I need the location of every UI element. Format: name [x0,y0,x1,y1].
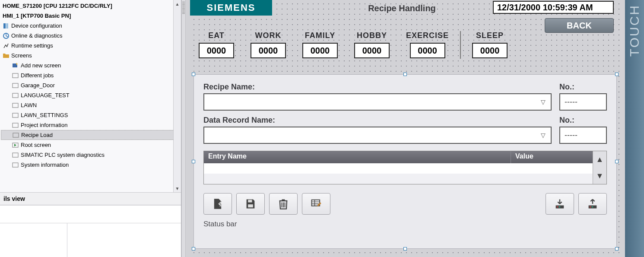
svg-rect-12 [13,153,18,157]
tree-node-screen[interactable]: Different jobs [1,70,181,80]
io-block-eat: EAT 0000 [199,31,234,58]
io-field-hobby[interactable]: 0000 [354,43,390,58]
recipe-no-label: No.: [559,82,607,92]
delete-record-button[interactable] [269,193,298,215]
tree-node-screen[interactable]: System information [1,160,181,170]
tree-node-screen[interactable]: Garage_Door [1,80,181,90]
io-field-eat[interactable]: 0000 [199,43,234,58]
vertical-splitter[interactable] [181,0,186,257]
resize-handle-w[interactable] [192,160,195,163]
dropdown-icon: ▽ [541,98,546,105]
resize-handle-s[interactable] [403,247,407,251]
resize-handle-sw[interactable] [192,247,195,251]
tree-node-root-screen[interactable]: Root screen [1,140,181,150]
trash-icon [277,198,289,210]
tree-node-screens-folder[interactable]: Screens [1,51,181,60]
resize-handle-n[interactable] [403,73,407,76]
touch-side-bar: TOUCH [625,0,644,257]
screen-icon [12,122,19,129]
write-to-plc-button[interactable] [546,193,574,215]
svg-rect-10 [13,133,19,137]
screen-icon [12,82,19,89]
project-tree[interactable]: HOME_S71200 [CPU 1212FC DC/DC/RLY] HMI_1… [0,0,181,171]
datetime-field[interactable]: 12/31/2000 10:59:39 AM [493,1,614,14]
recipe-view[interactable]: Recipe Name: ▽ No.: ----- Data Record Na… [194,74,617,249]
tree-node-screen[interactable]: LANGUAGE_TEST [1,90,181,100]
back-button[interactable]: BACK [545,18,614,33]
tree-node-screen[interactable]: Project information [1,120,181,130]
tree-node-online-diag[interactable]: Online & diagnostics [1,31,181,41]
hmi-node-label: HMI_1 [KTP700 Basic PN] [3,11,71,21]
tree-label: Online & diagnostics [11,31,63,41]
screen-icon [12,152,19,159]
svg-rect-13 [13,163,18,167]
grid-body[interactable] [204,163,593,184]
screen-icon [13,132,19,139]
io-label: WORK [255,31,282,40]
resize-handle-e[interactable] [615,160,619,163]
save-icon [244,198,257,210]
recipe-no-field[interactable]: ----- [559,93,607,111]
tree-node-screen[interactable]: LAWN_SETTINGS [1,110,181,120]
tree-label: SIMATIC PLC system diagnostics [21,150,105,160]
screen-icon [12,112,19,119]
tree-scrollbar[interactable]: ▲ ▼ [173,0,181,192]
svg-rect-4 [13,73,18,78]
read-from-plc-button[interactable] [578,193,607,215]
io-label: EXERCISE [406,31,449,40]
svg-rect-9 [13,123,18,127]
tree-node-runtime-settings[interactable]: Runtime settings [1,41,181,51]
tree-node-hmi[interactable]: HMI_1 [KTP700 Basic PN] [1,11,181,21]
tree-label: Add new screen [21,60,61,70]
datetime-value: 12/31/2000 10:59:39 AM [497,3,593,13]
io-label: EAT [208,31,225,40]
tree-node-screen[interactable]: LAWN [1,100,181,110]
record-no-field[interactable]: ----- [559,127,607,144]
screen-editor: SIEMENS Recipe Handling 12/31/2000 10:59… [186,0,644,257]
resize-handle-nw[interactable] [192,73,195,76]
io-label: FAMILY [305,31,335,40]
plc-node-label: HOME_S71200 [CPU 1212FC DC/DC/RLY] [3,1,112,11]
grid-scroll-up[interactable]: ▲ [593,151,606,168]
scroll-thumb[interactable] [174,8,181,184]
io-field-sleep[interactable]: 0000 [472,43,508,58]
resize-handle-ne[interactable] [615,73,619,76]
tree-node-add-screen[interactable]: Add new screen [1,60,181,70]
grid-scroll-down[interactable]: ▼ [593,168,606,184]
save-record-button[interactable] [236,193,265,215]
svg-rect-0 [3,23,6,29]
svg-rect-7 [13,103,18,108]
svg-rect-6 [13,93,18,98]
new-record-button[interactable] [203,193,232,215]
recipe-name-combo[interactable]: ▽ [203,93,552,111]
tree-node-device-config[interactable]: Device configuration [1,21,181,31]
tree-node-screen-selected[interactable]: Recipe Load [1,130,181,140]
tree-node-screen[interactable]: SIMATIC PLC system diagnostics [1,150,181,160]
tree-label: Different jobs [21,70,54,80]
rename-record-button[interactable] [302,193,330,215]
details-view-header: ils view [0,192,181,205]
io-block-exercise: EXERCISE 0000 [406,31,449,58]
screen-icon [12,102,19,109]
svg-rect-15 [248,204,253,207]
record-name-label: Data Record Name: [203,116,552,125]
start-screen-icon [12,142,19,149]
tree-node-plc[interactable]: HOME_S71200 [CPU 1212FC DC/DC/RLY] [1,1,181,11]
tree-label: LAWN_SETTINGS [21,110,68,120]
record-no-label: No.: [559,116,607,125]
grid-col-entry: Entry Name [204,151,511,163]
svg-rect-8 [13,113,18,117]
io-field-exercise[interactable]: 0000 [410,43,445,58]
grid-col-value: Value [511,151,593,163]
io-block-work: WORK 0000 [251,31,286,58]
tree-label: Garage_Door [21,80,55,90]
add-screen-icon [12,62,19,69]
io-block-hobby: HOBBY 0000 [354,31,390,58]
io-field-work[interactable]: 0000 [251,43,286,58]
scroll-up-icon[interactable]: ▲ [174,0,181,8]
resize-handle-se[interactable] [615,247,619,251]
recipe-entry-grid[interactable]: Entry Name Value ▲ ▼ [203,151,607,184]
scroll-down-icon[interactable]: ▼ [174,184,181,192]
record-name-combo[interactable]: ▽ [203,127,552,144]
io-field-family[interactable]: 0000 [302,43,338,58]
